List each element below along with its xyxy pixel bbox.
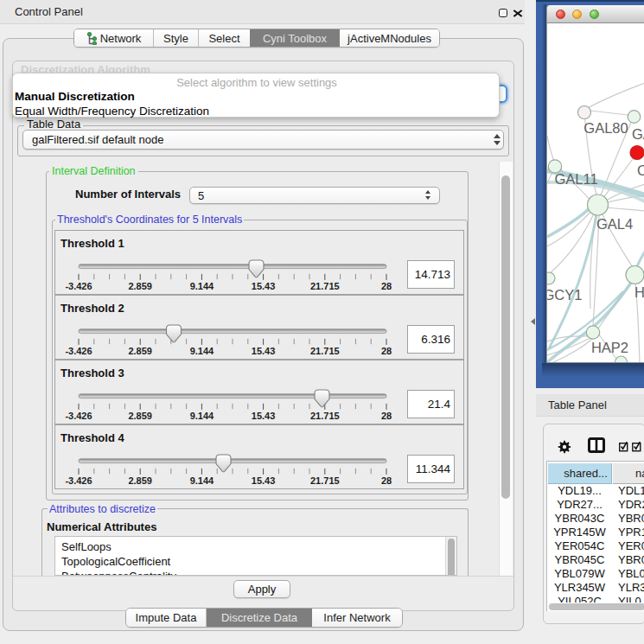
svg-text:2.859: 2.859 xyxy=(128,346,152,356)
svg-text:2.859: 2.859 xyxy=(128,281,152,291)
svg-text:21.715: 21.715 xyxy=(310,475,340,486)
svg-text:C: C xyxy=(637,163,644,178)
svg-text:H: H xyxy=(634,284,644,300)
svg-text:15.43: 15.43 xyxy=(252,475,276,486)
svg-text:21.715: 21.715 xyxy=(310,346,340,356)
svg-text:GA: GA xyxy=(632,126,644,142)
svg-text:2.859: 2.859 xyxy=(128,475,152,486)
svg-text:15.43: 15.43 xyxy=(252,346,276,356)
svg-text:-3.426: -3.426 xyxy=(65,475,92,486)
svg-text:9.144: 9.144 xyxy=(190,346,214,356)
svg-text:15.43: 15.43 xyxy=(252,281,276,291)
svg-text:21.715: 21.715 xyxy=(310,411,340,421)
svg-text:GCY1: GCY1 xyxy=(547,287,582,303)
svg-text:-3.426: -3.426 xyxy=(65,346,92,356)
svg-text:2.859: 2.859 xyxy=(128,411,152,421)
svg-text:15.43: 15.43 xyxy=(252,411,276,421)
svg-text:GAL80: GAL80 xyxy=(583,120,628,136)
svg-text:28: 28 xyxy=(381,346,392,356)
svg-text:9.144: 9.144 xyxy=(190,475,214,486)
svg-text:28: 28 xyxy=(381,281,392,291)
svg-text:28: 28 xyxy=(381,411,392,421)
svg-text:9.144: 9.144 xyxy=(190,281,214,291)
svg-text:-3.426: -3.426 xyxy=(65,281,92,291)
svg-text:21.715: 21.715 xyxy=(310,281,340,291)
svg-text:28: 28 xyxy=(381,475,392,486)
svg-text:GAL4: GAL4 xyxy=(596,216,633,232)
svg-text:GAL11: GAL11 xyxy=(554,171,597,187)
svg-text:HAP2: HAP2 xyxy=(591,340,628,355)
svg-text:-3.426: -3.426 xyxy=(65,411,92,421)
svg-text:9.144: 9.144 xyxy=(190,411,214,421)
